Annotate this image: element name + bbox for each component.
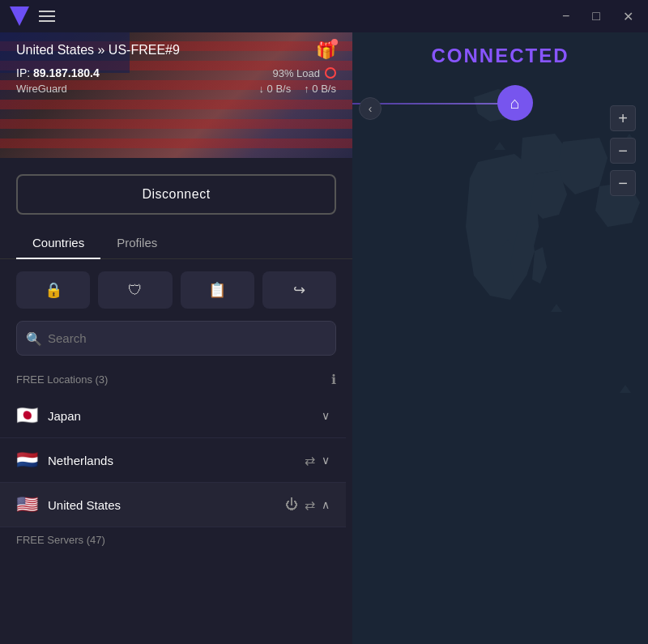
window-controls: − □ ✕: [557, 7, 638, 26]
left-panel: United States » US-FREE#9 🎁 IP: 89.187.1…: [0, 0, 352, 644]
zoom-controls: + − −: [610, 105, 636, 196]
protonvpn-logo: [10, 6, 29, 26]
free-locations-title: FREE Locations (3): [16, 373, 108, 386]
protocol-label: WireGuard: [16, 83, 67, 95]
zoom-in-button[interactable]: +: [610, 105, 636, 131]
menu-line-1: [39, 11, 55, 12]
netherlands-name: Netherlands: [48, 454, 305, 467]
filter-doc-button[interactable]: 📋: [181, 271, 254, 309]
connected-status: CONNECTED: [431, 45, 569, 67]
shield-icon: 🛡: [128, 282, 143, 299]
search-container: 🔍: [16, 321, 336, 356]
us-chevron-icon[interactable]: ∧: [322, 498, 330, 511]
home-circle[interactable]: ⌂: [497, 85, 533, 121]
ip-address: IP: 89.187.180.4: [16, 66, 100, 79]
menu-line-2: [39, 15, 55, 17]
protocol-row: WireGuard ↓ 0 B/s ↑ 0 B/s: [16, 83, 336, 95]
upload-speed: ↑ 0 B/s: [304, 83, 336, 95]
download-speed: ↓ 0 B/s: [259, 83, 292, 95]
country-item-netherlands[interactable]: 🇳🇱 Netherlands ⇄ ∨: [0, 438, 346, 483]
gift-icon[interactable]: 🎁: [316, 41, 336, 60]
search-icon: 🔍: [26, 331, 42, 346]
right-panel: CONNECTED ‹ ⌂ + − −: [352, 0, 648, 644]
server-row: United States » US-FREE#9 🎁: [16, 41, 336, 60]
japan-actions: ∨: [322, 409, 330, 422]
us-name: United States: [48, 498, 285, 512]
netherlands-actions: ⇄ ∨: [305, 453, 330, 468]
load-indicator: [325, 67, 336, 79]
japan-flag: 🇯🇵: [16, 405, 38, 426]
free-locations-header: FREE Locations (3) ℹ: [0, 368, 352, 394]
locations-list: 🇯🇵 Japan ∨ 🇳🇱 Netherlands ⇄ ∨ 🇺🇸 United …: [0, 394, 352, 644]
us-flag: 🇺🇸: [16, 494, 38, 515]
filter-arrow-button[interactable]: ↪: [262, 271, 336, 309]
gift-notification-dot: [331, 39, 338, 45]
info-icon[interactable]: ℹ: [331, 372, 336, 387]
arrow-icon: ↪: [293, 281, 305, 299]
maximize-button[interactable]: □: [587, 7, 605, 25]
svg-marker-0: [494, 142, 505, 150]
lock-icon: 🔒: [45, 281, 62, 299]
menu-line-3: [39, 20, 55, 22]
svg-marker-2: [551, 304, 562, 312]
server-load: 93% Load: [272, 67, 336, 79]
netherlands-refresh-icon[interactable]: ⇄: [305, 453, 315, 468]
japan-chevron-icon[interactable]: ∨: [322, 409, 330, 422]
svg-marker-4: [620, 385, 631, 393]
country-item-japan[interactable]: 🇯🇵 Japan ∨: [0, 394, 346, 438]
map-back-button[interactable]: ‹: [359, 97, 382, 120]
menu-button[interactable]: [39, 11, 55, 22]
zoom-out-button-2[interactable]: −: [610, 170, 636, 196]
locations-section: FREE Locations (3) ℹ 🇯🇵 Japan ∨ 🇳🇱 Nethe…: [0, 368, 352, 644]
home-icon: ⌂: [510, 94, 520, 113]
us-power-icon[interactable]: ⏻: [285, 497, 298, 512]
filter-lock-button[interactable]: 🔒: [16, 271, 90, 309]
tabs: Countries Profiles: [0, 229, 352, 259]
japan-name: Japan: [48, 409, 322, 423]
titlebar-left: [10, 6, 55, 26]
server-name: United States » US-FREE#9: [16, 43, 180, 58]
search-input[interactable]: [16, 321, 336, 356]
minimize-button[interactable]: −: [557, 7, 574, 25]
free-servers-header: FREE Servers (47): [0, 527, 346, 550]
speed-indicators: ↓ 0 B/s ↑ 0 B/s: [259, 83, 337, 95]
ip-row: IP: 89.187.180.4 93% Load: [16, 66, 336, 79]
zoom-out-button-1[interactable]: −: [610, 138, 636, 164]
us-refresh-icon[interactable]: ⇄: [305, 497, 315, 513]
home-marker[interactable]: ⌂: [497, 85, 533, 121]
tab-countries[interactable]: Countries: [16, 229, 100, 259]
country-item-us[interactable]: 🇺🇸 United States ⏻ ⇄ ∧: [0, 483, 346, 527]
tab-profiles[interactable]: Profiles: [100, 229, 173, 259]
netherlands-chevron-icon[interactable]: ∨: [322, 454, 330, 467]
us-actions: ⏻ ⇄ ∧: [285, 497, 330, 513]
filter-row: 🔒 🛡 📋 ↪: [0, 259, 352, 321]
close-button[interactable]: ✕: [618, 7, 638, 26]
titlebar: − □ ✕: [0, 0, 648, 32]
netherlands-flag: 🇳🇱: [16, 450, 38, 471]
filter-shield-button[interactable]: 🛡: [98, 271, 172, 309]
doc-icon: 📋: [208, 281, 226, 299]
disconnect-button[interactable]: Disconnect: [16, 174, 336, 215]
